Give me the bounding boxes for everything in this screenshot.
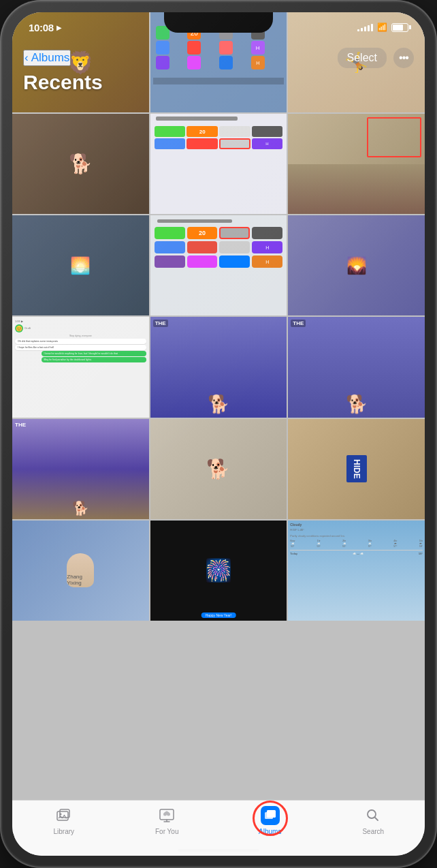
- search-icon: [363, 806, 383, 825]
- tab-albums[interactable]: Albums: [218, 806, 322, 835]
- photo-cell-text-msg[interactable]: 1:06 ▶ 😊 Or elli Stop dying, everyone Oh…: [12, 317, 149, 417]
- signal-bar-2: [361, 28, 363, 31]
- tab-search-label: Search: [362, 828, 384, 835]
- photo-cell-weather[interactable]: Cloudy H:58° L:46° Partly cloudy conditi…: [288, 521, 425, 621]
- phone-screen: 🦁 20 H: [12, 12, 425, 856]
- signal-bar-1: [357, 29, 359, 31]
- svg-point-2: [59, 813, 61, 816]
- header-area: ‹ Albums Select ••• Recents: [12, 42, 425, 102]
- photo-cell-dog-floor[interactable]: 🐕: [150, 419, 287, 519]
- signal-bar-5: [371, 24, 373, 31]
- photo-cell-dog-blue2[interactable]: 🐕 THE: [288, 317, 425, 417]
- svg-rect-0: [57, 811, 68, 820]
- tab-for-you[interactable]: For You: [116, 806, 219, 835]
- signal-bar-4: [368, 25, 370, 31]
- tab-library-label: Library: [53, 828, 74, 835]
- notch: [164, 12, 273, 33]
- signal-bar-3: [364, 27, 366, 31]
- phone-frame: 🦁 20 H: [0, 0, 437, 868]
- photo-cell-8[interactable]: 20 H H: [150, 215, 287, 315]
- tab-library[interactable]: Library: [12, 806, 116, 835]
- photo-cell-9[interactable]: 🌄: [288, 215, 425, 315]
- back-label: Albums: [31, 51, 70, 65]
- photo-cell-6[interactable]: [288, 114, 425, 214]
- back-button[interactable]: ‹ Albums: [23, 50, 71, 66]
- photo-cell-5[interactable]: 20 H: [150, 114, 287, 214]
- select-button[interactable]: Select: [338, 48, 387, 68]
- photo-cell-7[interactable]: 🌅: [12, 215, 149, 315]
- status-time: 10:08: [29, 22, 54, 33]
- albums-icon: [263, 809, 277, 822]
- photo-cell-dog-couch[interactable]: THE 🐕: [12, 419, 149, 519]
- battery-fill: [393, 25, 403, 31]
- chevron-left-icon: ‹: [25, 51, 29, 65]
- photo-grid[interactable]: 🦁 20 H: [12, 12, 425, 800]
- svg-rect-3: [160, 809, 174, 820]
- page-title: Recents: [23, 71, 414, 94]
- wifi-icon: 📶: [377, 22, 387, 32]
- more-button[interactable]: •••: [393, 48, 414, 68]
- battery-icon: [391, 23, 408, 32]
- photo-library-icon: [54, 806, 74, 825]
- tab-bar: Library For You: [12, 800, 425, 856]
- svg-point-6: [368, 810, 376, 818]
- photo-cell-fireworks[interactable]: 🎆 Happy New Year!: [150, 521, 287, 621]
- tab-albums-label: Albums: [259, 828, 281, 835]
- header-nav: ‹ Albums Select •••: [23, 48, 414, 68]
- content-area: 🦁 20 H: [12, 12, 425, 856]
- header-actions: Select •••: [338, 48, 414, 68]
- svg-rect-5: [267, 810, 276, 818]
- photo-cell-book-floor[interactable]: HIDE: [288, 419, 425, 519]
- signal-bars: [357, 23, 373, 31]
- ellipsis-icon: •••: [399, 52, 408, 64]
- photo-cell-dog-blue1[interactable]: 🐕 THE: [150, 317, 287, 417]
- for-you-icon: [157, 806, 176, 825]
- location-icon: ▶: [56, 24, 62, 31]
- tab-search[interactable]: Search: [322, 806, 425, 835]
- photo-cell-4[interactable]: 🐕: [12, 114, 149, 214]
- photo-cell-portrait[interactable]: Zhang Yixing: [12, 521, 149, 621]
- tab-for-you-label: For You: [155, 828, 178, 835]
- status-icons: 📶: [357, 22, 408, 32]
